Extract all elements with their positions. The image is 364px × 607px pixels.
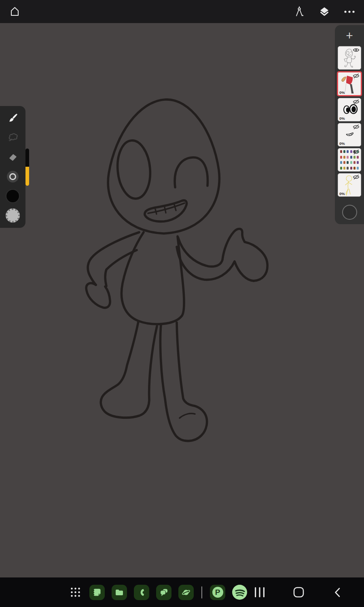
app-drawer-button[interactable]: [68, 585, 83, 600]
home-nav-icon: [293, 587, 304, 598]
layer-opacity-label: 0%: [339, 141, 345, 146]
nav-keys: [252, 577, 345, 607]
spotify-app-button[interactable]: [232, 585, 247, 600]
background-color-layer-button[interactable]: [342, 205, 357, 220]
layer-opacity-label: 0%: [339, 90, 345, 95]
layer-thumbnail-eyes[interactable]: 0%: [338, 98, 361, 121]
more-options-button[interactable]: [342, 4, 357, 19]
layer-thumbnail-lineart[interactable]: [338, 46, 361, 70]
ellipsis-icon: [344, 10, 355, 14]
files-app-button[interactable]: [112, 585, 127, 600]
layer-hidden-icon[interactable]: [353, 124, 360, 129]
puck-circle: [7, 171, 19, 183]
phone-icon: [137, 588, 146, 597]
taskbar-dock: P: [68, 577, 247, 607]
pinterest-icon: P: [212, 587, 223, 598]
eraser-tool[interactable]: [5, 149, 21, 165]
brush-icon: [7, 112, 19, 124]
spotify-icon: [233, 585, 247, 600]
notes-icon: [93, 588, 102, 597]
compass-icon: [294, 6, 305, 17]
layer-thumbnail-red-fill[interactable]: 0%: [337, 71, 362, 96]
layer-opacity-label: 0%: [339, 191, 345, 196]
app-grid-icon: [70, 587, 80, 597]
eraser-icon: [7, 151, 19, 163]
layer-opacity-label: 0%: [339, 116, 345, 121]
lasso-icon: [7, 132, 19, 144]
brush-tool[interactable]: [5, 110, 21, 126]
brush-size-slider[interactable]: [25, 149, 29, 186]
layer-hidden-icon[interactable]: [353, 73, 360, 79]
back-button[interactable]: [330, 585, 345, 600]
home-nav-button[interactable]: [291, 585, 306, 600]
top-toolbar: [0, 0, 364, 23]
planet-icon: [182, 588, 190, 597]
pinterest-app-button[interactable]: P: [210, 585, 225, 600]
transparent-color-icon: [6, 208, 20, 223]
current-color-swatch[interactable]: [5, 188, 21, 204]
phone-app-button[interactable]: [134, 585, 149, 600]
android-taskbar: P: [0, 577, 364, 607]
layer-editor-button[interactable]: [317, 4, 332, 19]
gallery-home-button[interactable]: [7, 4, 22, 19]
layer-hidden-icon[interactable]: [353, 174, 360, 180]
browser-app-button[interactable]: [178, 585, 194, 600]
layers-panel: +: [335, 25, 364, 224]
add-layer-button[interactable]: +: [335, 25, 364, 46]
messages-app-button[interactable]: [156, 585, 171, 600]
precision-tools-button[interactable]: [292, 4, 307, 19]
dock-divider: [201, 586, 202, 599]
layer-visible-icon[interactable]: [353, 47, 360, 53]
back-chevron-icon: [334, 588, 340, 597]
selection-tool[interactable]: [5, 129, 21, 146]
recents-icon: [254, 587, 265, 598]
drawing-canvas[interactable]: [0, 23, 364, 577]
layer-thumbnail-yellow-sketch[interactable]: 0%: [338, 173, 361, 197]
folder-icon: [115, 588, 124, 597]
layer-thumbnail-sprites[interactable]: [338, 148, 361, 172]
layers-icon: [319, 6, 330, 17]
layer-hidden-icon[interactable]: [353, 99, 360, 104]
layer-hidden-icon[interactable]: [353, 149, 360, 155]
recents-button[interactable]: [252, 585, 267, 600]
tool-palette: [0, 106, 25, 228]
layer-thumbnail-mouth[interactable]: 0%: [338, 123, 361, 146]
color-puck-tool[interactable]: [5, 169, 21, 185]
puck-ring-icon: [9, 173, 16, 180]
drawing-app-screen: +: [0, 0, 364, 607]
transparent-color-swatch[interactable]: [5, 208, 21, 224]
chat-bubbles-icon: [159, 588, 168, 597]
home-icon: [9, 6, 20, 17]
notes-app-button[interactable]: [89, 585, 105, 600]
canvas-artwork: [0, 0, 364, 607]
black-color-icon: [6, 189, 20, 203]
